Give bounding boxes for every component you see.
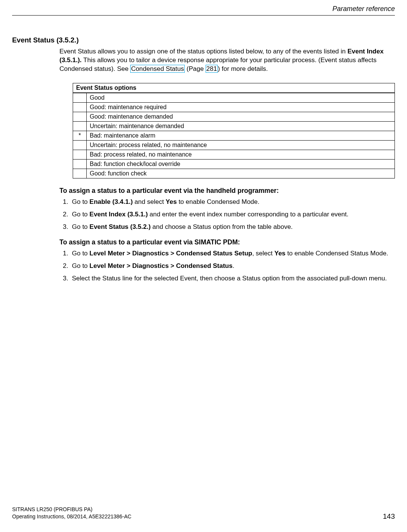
step-bold: Level Meter > Diagnostics > Condensed St… [89, 262, 232, 269]
table-row: Uncertain: process related, no maintenan… [73, 140, 395, 150]
intro-pre: Event Status allows you to assign one of… [59, 48, 348, 55]
table-row: Bad: function check/local override [73, 159, 395, 169]
pdm-heading: To assign a status to a particular event… [59, 238, 395, 246]
page-number: 143 [383, 512, 395, 521]
row-label: Uncertain: maintenance demanded [87, 121, 395, 131]
section-heading: Event Status (3.5.2.) [12, 36, 395, 44]
step-post: and choose a Status option from the tabl… [151, 223, 293, 230]
step-mid: and select [133, 198, 166, 205]
table-row: Good [73, 93, 395, 103]
page-footer: SITRANS LR250 (PROFIBUS PA) Operating In… [12, 506, 395, 521]
table-row: Good: maintenance demanded [73, 112, 395, 121]
row-mark [73, 150, 87, 159]
row-label: Good: maintenance demanded [87, 112, 395, 121]
table-header-row: Event Status options [73, 83, 395, 93]
table-row: Uncertain: maintenance demanded [73, 121, 395, 131]
list-item: Go to Enable (3.4.1.) and select Yes to … [70, 198, 395, 207]
row-mark [73, 93, 87, 103]
step-mid: , select [252, 250, 274, 257]
step-post: and enter the event index number corresp… [148, 211, 348, 218]
table-header: Event Status options [73, 83, 395, 93]
step-bold: Yes [274, 250, 285, 257]
row-label: Bad: process related, no maintenance [87, 150, 395, 159]
row-mark: * [73, 131, 87, 140]
row-label: Bad: function check/local override [87, 159, 395, 169]
step-pre: Go to [72, 250, 89, 257]
step-bold: Event Status (3.5.2.) [89, 223, 151, 230]
page-content: Event Status (3.5.2.) Event Status allow… [12, 36, 395, 289]
row-mark [73, 140, 87, 150]
table-row: Good: maintenance required [73, 102, 395, 112]
header-title: Parameter reference [332, 5, 395, 13]
footer-left: SITRANS LR250 (PROFIBUS PA) Operating In… [12, 506, 395, 521]
row-label: Bad: maintenance alarm [87, 131, 395, 140]
row-mark [73, 102, 87, 112]
list-item: Go to Event Status (3.5.2.) and choose a… [70, 223, 395, 232]
table-row: Bad: process related, no maintenance [73, 150, 395, 159]
step-pre: Go to [72, 262, 89, 269]
row-label: Good: function check [87, 169, 395, 178]
status-options-table: Event Status options Good Good: maintena… [73, 83, 395, 178]
row-label: Good: maintenance required [87, 102, 395, 112]
row-mark [73, 159, 87, 169]
step-pre: Go to [72, 198, 89, 205]
intro-post: ) for more details. [218, 65, 268, 72]
header-divider [12, 15, 395, 16]
table-row: Good: function check [73, 169, 395, 178]
footer-line2: Operating Instructions, 08/2014, A5E3222… [12, 513, 395, 521]
handheld-heading: To assign a status to a particular event… [59, 187, 395, 195]
list-item: Go to Level Meter > Diagnostics > Conden… [70, 249, 395, 258]
row-label: Uncertain: process related, no maintenan… [87, 140, 395, 150]
step-post: to enable Condensed Status Mode. [285, 250, 388, 257]
list-item: Go to Level Meter > Diagnostics > Conden… [70, 262, 395, 271]
step-pre: Go to [72, 223, 89, 230]
step-bold: Level Meter > Diagnostics > Condensed St… [89, 250, 252, 257]
row-mark [73, 112, 87, 121]
pdm-steps: Go to Level Meter > Diagnostics > Conden… [59, 249, 395, 283]
table-row: *Bad: maintenance alarm [73, 131, 395, 140]
page-link[interactable]: 281 [206, 65, 218, 73]
step-bold: Event Index (3.5.1.) [89, 211, 148, 218]
row-mark [73, 169, 87, 178]
step-post: Select the Status line for the selected … [72, 275, 387, 282]
list-item: Go to Event Index (3.5.1.) and enter the… [70, 210, 395, 219]
row-label: Good [87, 93, 395, 103]
step-post: . [232, 262, 234, 269]
step-post: to enable Condensed Mode. [177, 198, 259, 205]
intro-paragraph: Event Status allows you to assign one of… [59, 47, 395, 74]
step-pre: Go to [72, 211, 89, 218]
condensed-status-link[interactable]: Condensed Status [130, 65, 185, 73]
intro-pg-pre: (Page [185, 65, 206, 72]
row-mark [73, 121, 87, 131]
handheld-steps: Go to Enable (3.4.1.) and select Yes to … [59, 198, 395, 232]
step-bold: Enable (3.4.1.) [89, 198, 133, 205]
step-bold: Yes [166, 198, 177, 205]
list-item: Select the Status line for the selected … [70, 274, 395, 283]
status-options-table-wrap: Event Status options Good Good: maintena… [73, 83, 395, 178]
footer-line1: SITRANS LR250 (PROFIBUS PA) [12, 506, 395, 513]
